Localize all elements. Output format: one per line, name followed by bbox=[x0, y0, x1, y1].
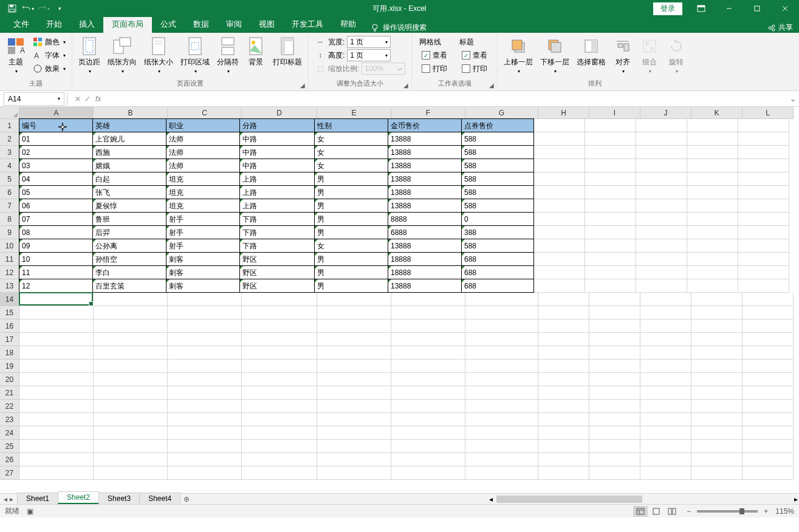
column-header[interactable]: G bbox=[465, 107, 538, 119]
page-break-view-button[interactable] bbox=[665, 506, 679, 517]
cell[interactable]: 13888 bbox=[388, 145, 462, 159]
cell[interactable] bbox=[589, 346, 640, 360]
cell[interactable] bbox=[691, 453, 742, 466]
cell[interactable]: 13888 bbox=[388, 172, 462, 186]
close-button[interactable] bbox=[771, 0, 799, 17]
sheet-tab[interactable]: Sheet4 bbox=[139, 493, 180, 504]
cell[interactable] bbox=[687, 119, 738, 132]
cell[interactable] bbox=[687, 226, 738, 239]
undo-button[interactable]: ▾ bbox=[21, 2, 35, 15]
cell[interactable] bbox=[317, 466, 391, 480]
cell[interactable] bbox=[317, 413, 391, 426]
cell[interactable] bbox=[691, 466, 742, 480]
cell[interactable]: 588 bbox=[461, 145, 534, 159]
bring-forward-button[interactable]: 上移一层▾ bbox=[501, 35, 535, 75]
row-header[interactable]: 12 bbox=[0, 266, 19, 279]
cell[interactable] bbox=[19, 333, 94, 346]
tab-page-layout[interactable]: 页面布局 bbox=[103, 16, 152, 33]
cell[interactable]: 13888 bbox=[388, 132, 462, 146]
cell[interactable] bbox=[585, 239, 636, 253]
cell[interactable] bbox=[94, 426, 168, 440]
cell[interactable] bbox=[168, 306, 242, 319]
effects-button[interactable]: 效果▾ bbox=[30, 62, 68, 75]
cell[interactable]: 09 bbox=[19, 239, 93, 253]
cell[interactable] bbox=[640, 293, 691, 306]
cell[interactable] bbox=[742, 346, 794, 360]
cell[interactable] bbox=[534, 199, 585, 213]
cell[interactable]: 11 bbox=[19, 265, 93, 279]
cell[interactable] bbox=[687, 239, 738, 253]
row-header[interactable]: 7 bbox=[0, 199, 19, 213]
selection-pane-button[interactable]: 选择窗格 bbox=[574, 35, 608, 69]
cell[interactable] bbox=[168, 333, 242, 346]
send-backward-button[interactable]: 下移一层▾ bbox=[538, 35, 572, 75]
cell[interactable] bbox=[242, 333, 317, 346]
cell[interactable] bbox=[742, 306, 794, 319]
cell[interactable]: 13888 bbox=[388, 199, 462, 213]
cell[interactable] bbox=[317, 293, 391, 306]
cell[interactable]: 588 bbox=[461, 185, 534, 199]
cell[interactable] bbox=[168, 413, 242, 426]
cell[interactable] bbox=[538, 400, 589, 413]
save-button[interactable] bbox=[5, 2, 19, 15]
cell[interactable] bbox=[19, 346, 94, 360]
cell[interactable]: 男 bbox=[314, 199, 388, 213]
gridlines-view-checkbox[interactable]: ✓ bbox=[422, 51, 430, 60]
cell[interactable] bbox=[589, 466, 640, 480]
cell[interactable]: 分路 bbox=[239, 118, 315, 132]
scale-height-select[interactable]: 1 页▾ bbox=[347, 49, 391, 61]
cell[interactable] bbox=[687, 199, 738, 213]
cell[interactable]: 金币售价 bbox=[388, 118, 462, 132]
cell[interactable] bbox=[636, 213, 687, 226]
cell[interactable] bbox=[738, 199, 789, 213]
row-header[interactable]: 5 bbox=[0, 172, 19, 186]
cell[interactable]: 13888 bbox=[388, 239, 462, 253]
cell[interactable]: 李白 bbox=[92, 265, 166, 279]
cell[interactable] bbox=[585, 253, 636, 266]
cell[interactable]: 04 bbox=[19, 172, 93, 186]
macro-record-icon[interactable]: ▣ bbox=[27, 507, 33, 516]
column-header[interactable]: K bbox=[691, 107, 742, 119]
row-header[interactable]: 8 bbox=[0, 213, 19, 226]
cell[interactable] bbox=[94, 413, 168, 426]
cell[interactable] bbox=[465, 400, 538, 413]
cell[interactable] bbox=[242, 413, 317, 426]
print-titles-button[interactable]: 打印标题 bbox=[270, 35, 304, 69]
cell[interactable]: 13888 bbox=[388, 159, 462, 172]
cell[interactable]: 嫦娥 bbox=[92, 159, 166, 172]
cell[interactable]: 野区 bbox=[239, 279, 315, 293]
cell[interactable] bbox=[465, 319, 538, 333]
cell[interactable] bbox=[19, 293, 94, 306]
cell[interactable] bbox=[589, 333, 640, 346]
zoom-in-button[interactable]: + bbox=[764, 507, 768, 516]
cell[interactable] bbox=[538, 319, 589, 333]
cell[interactable] bbox=[465, 346, 538, 360]
cell[interactable]: 男 bbox=[314, 265, 388, 279]
cell[interactable] bbox=[94, 373, 168, 386]
cell[interactable] bbox=[691, 400, 742, 413]
cell[interactable] bbox=[738, 159, 789, 172]
tab-insert[interactable]: 插入 bbox=[70, 16, 103, 33]
page-layout-view-button[interactable] bbox=[649, 506, 664, 517]
cell[interactable] bbox=[738, 172, 789, 186]
cell[interactable] bbox=[640, 386, 691, 400]
cell[interactable]: 法师 bbox=[166, 145, 240, 159]
name-box[interactable]: A14▾ bbox=[4, 92, 64, 106]
cell[interactable] bbox=[585, 186, 636, 199]
cell[interactable] bbox=[538, 440, 589, 453]
cell[interactable] bbox=[391, 426, 465, 440]
cell[interactable] bbox=[589, 360, 640, 373]
column-header[interactable]: E bbox=[317, 107, 391, 119]
print-area-button[interactable]: 打印区域▾ bbox=[178, 35, 212, 75]
cell[interactable] bbox=[242, 386, 317, 400]
cell[interactable] bbox=[640, 400, 691, 413]
cell[interactable] bbox=[687, 213, 738, 226]
sheet-nav-last[interactable]: ▸ bbox=[10, 495, 13, 503]
row-header[interactable]: 4 bbox=[0, 159, 19, 172]
cell[interactable] bbox=[168, 293, 242, 306]
cell[interactable]: 鲁班 bbox=[92, 212, 166, 226]
cell[interactable] bbox=[317, 306, 391, 319]
cell[interactable] bbox=[636, 186, 687, 199]
share-button[interactable]: 共享 bbox=[778, 22, 793, 33]
cell[interactable] bbox=[742, 453, 794, 466]
